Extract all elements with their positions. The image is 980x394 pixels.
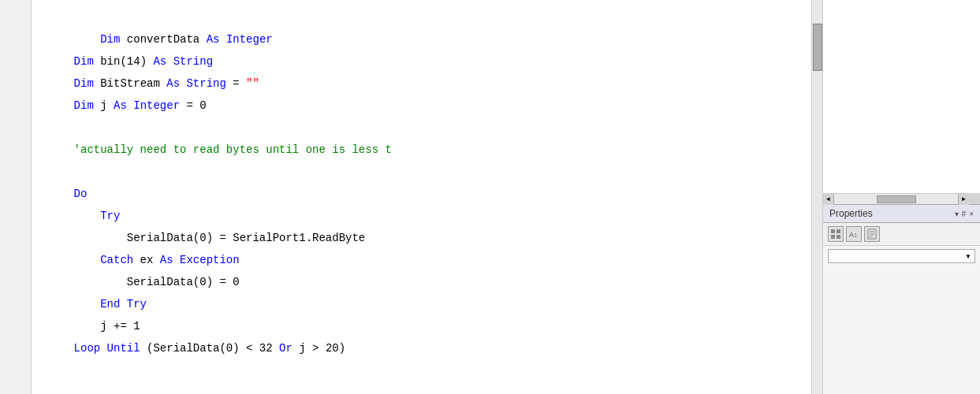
svg-rect-0 <box>831 229 835 233</box>
h-scroll-thumb[interactable] <box>877 195 916 203</box>
hash-icon[interactable]: # <box>962 210 967 218</box>
properties-dropdown-value <box>832 251 834 261</box>
pin-icon[interactable]: ▾ <box>955 210 959 218</box>
h-scroll-left-arrow[interactable]: ◄ <box>823 194 834 205</box>
svg-text:A↕: A↕ <box>849 231 858 239</box>
properties-controls: ▾ # × <box>955 210 974 218</box>
right-panel-top: ◄ ► <box>823 0 980 205</box>
properties-icon-alphabetical[interactable]: A↕ <box>846 226 862 242</box>
code-line-1: Dim <box>74 33 127 46</box>
close-icon[interactable]: × <box>969 210 974 218</box>
properties-dropdown[interactable]: ▼ <box>828 249 975 263</box>
right-panel: ◄ ► Properties ▾ # × <box>822 0 980 394</box>
line-number-gutter <box>0 0 32 394</box>
svg-rect-3 <box>837 235 840 239</box>
code-text: Dim convertData As Integer Dim bin(14) A… <box>32 0 811 394</box>
scrollbar-thumb[interactable] <box>813 24 822 71</box>
h-scroll-right-arrow[interactable]: ► <box>958 194 969 205</box>
code-editor[interactable]: Dim convertData As Integer Dim bin(14) A… <box>32 0 822 394</box>
properties-dropdown-arrow[interactable]: ▼ <box>965 253 971 260</box>
properties-panel: Properties ▾ # × A↕ <box>823 205 980 394</box>
properties-header: Properties ▾ # × <box>823 205 980 223</box>
properties-icon-pages[interactable] <box>864 226 880 242</box>
svg-rect-2 <box>831 235 835 239</box>
properties-icon-categorized[interactable] <box>828 226 844 242</box>
properties-toolbar: A↕ <box>823 223 980 246</box>
properties-title: Properties <box>829 208 873 219</box>
scroll-corner <box>969 193 980 204</box>
vertical-scrollbar[interactable] <box>811 0 822 394</box>
horizontal-scrollbar[interactable]: ◄ ► <box>823 193 969 204</box>
svg-rect-1 <box>837 229 840 233</box>
h-scroll-track[interactable] <box>834 194 958 204</box>
